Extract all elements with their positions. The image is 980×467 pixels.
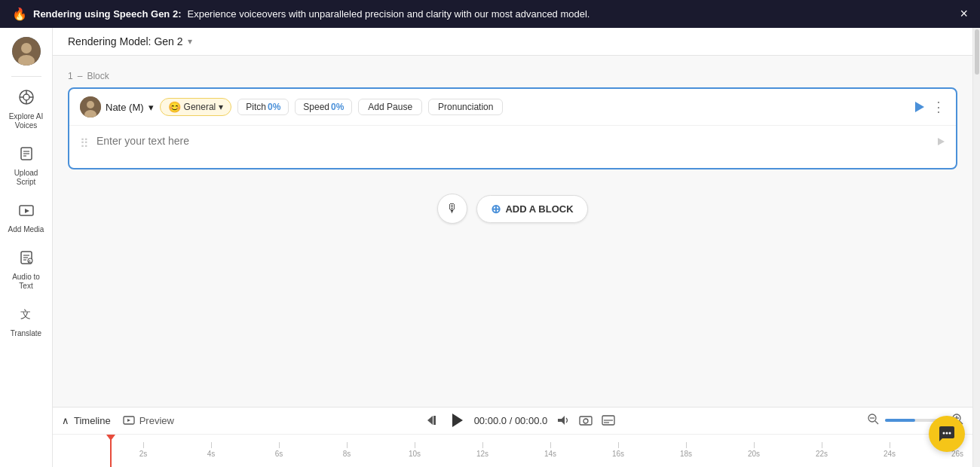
block-more-button[interactable]: ⋮ [932,99,945,115]
sidebar: Explore AI Voices Upload Script Add Me [0,28,53,467]
add-pause-button[interactable]: Add Pause [358,99,422,115]
add-block-area: 🎙 ⊕ ADD A BLOCK [68,182,957,236]
block-play-button[interactable] [912,100,926,114]
translate-icon: 文 [18,306,35,326]
add-media-icon [18,202,35,222]
voice-avatar [80,96,101,118]
ruler-mark: 12s [449,442,516,458]
volume-button[interactable] [556,414,570,427]
pitch-value: 0% [268,102,280,112]
pronunciation-button[interactable]: Pronunciation [428,99,503,115]
sidebar-item-explore-ai[interactable]: Explore AI Voices [4,83,49,136]
content-area: Rendering Model: Gen 2 ▾ 1 – Block [53,28,972,467]
timeline-ruler: 2s4s6s8s10s12s14s16s18s20s22s24s26s [53,435,972,467]
voice-selector-button[interactable]: Nate (M) ▾ [80,96,154,118]
time-total: 00:00.0 [515,415,547,426]
more-icon: ⋮ [932,99,945,115]
block-number: 1 [68,71,73,81]
speed-value: 0% [331,102,344,112]
svg-text:A: A [29,259,31,263]
text-area-play-button[interactable] [936,135,945,148]
explore-ai-icon [18,89,35,109]
add-block-label: ADD A BLOCK [505,203,573,215]
bottom-panel: ∧ Timeline Preview [53,407,972,467]
sidebar-item-add-media[interactable]: Add Media [4,196,49,240]
sidebar-item-upload-script-label: Upload Script [8,169,44,187]
playhead [110,435,112,467]
user-avatar[interactable] [12,37,41,66]
timeline-tab[interactable]: ∧ Timeline [62,415,111,426]
zoom-out-button[interactable] [867,413,879,428]
pitch-button[interactable]: Pitch 0% [237,99,289,115]
tag-general-button[interactable]: 😊 General ▾ [160,98,232,116]
text-input[interactable] [96,135,929,159]
svg-point-4 [23,94,29,100]
time-current: 00:00.0 [474,415,507,426]
rewind-button[interactable] [426,414,439,427]
svg-point-46 [946,432,948,435]
sidebar-item-audio-to-text[interactable]: A Audio to Text [4,243,49,297]
block-text-area: ⠿ [69,126,956,168]
ruler-mark: 10s [381,442,449,458]
subtitle-button[interactable] [602,414,615,427]
sidebar-item-add-media-label: Add Media [8,225,44,234]
sidebar-item-audio-to-text-label: Audio to Text [8,273,44,291]
svg-text:文: 文 [20,308,31,320]
ruler-mark: 22s [788,442,856,458]
block-type-label: Block [87,71,109,81]
timeline-track: 2s4s6s8s10s12s14s16s18s20s22s24s26s [53,435,972,467]
camera-button[interactable] [579,414,593,427]
speed-label: Speed [303,102,329,112]
ruler-mark: 20s [720,442,788,458]
sidebar-item-translate[interactable]: 文 Translate [4,300,49,344]
tag-label: General [184,102,216,112]
fire-icon: 🔥 [12,7,27,21]
banner-title: Rendering using Speech Gen 2: [33,8,181,20]
svg-marker-14 [25,209,29,213]
svg-marker-29 [427,416,433,425]
svg-marker-31 [452,414,463,427]
svg-marker-32 [558,416,565,425]
model-selector-button[interactable]: Rendering Model: Gen 2 ▾ [68,35,192,47]
pronunciation-label: Pronunciation [438,102,493,112]
add-block-plus-icon: ⊕ [491,202,501,216]
banner-close-button[interactable]: × [960,6,968,22]
chat-bubble-button[interactable] [929,416,965,452]
ruler-mark: 6s [245,442,313,458]
playhead-triangle [106,435,115,441]
model-label: Rendering Model: Gen 2 [68,35,183,47]
zoom-bar-fill [885,419,915,422]
svg-line-39 [875,421,878,424]
banner-description: Experience voiceovers with unparalleled … [187,8,590,20]
ruler-mark: 2s [109,442,177,458]
time-display: 00:00.0 / 00:00.0 [474,415,548,426]
mic-button[interactable]: 🎙 [437,194,467,224]
sidebar-item-upload-script[interactable]: Upload Script [4,139,49,193]
right-scrollbar[interactable] [972,28,980,467]
svg-marker-26 [938,138,945,145]
voice-name: Nate (M) [106,102,144,113]
block-label: 1 – Block [68,71,957,81]
svg-marker-25 [915,102,924,112]
tag-emoji: 😊 [168,101,181,113]
block-dash: – [78,71,83,81]
playback-controls: 00:00.0 / 00:00.0 [426,412,616,429]
drag-handle-icon[interactable]: ⠿ [80,135,89,151]
add-block-button[interactable]: ⊕ ADD A BLOCK [476,195,587,223]
play-pause-button[interactable] [449,412,465,429]
svg-point-34 [583,419,588,423]
header-bar: Rendering Model: Gen 2 ▾ [53,28,972,56]
pitch-label: Pitch [246,102,266,112]
ruler-mark: 4s [177,442,245,458]
timeline-label: Timeline [74,415,111,426]
ruler-mark: 8s [313,442,381,458]
timeline-header: ∧ Timeline Preview [53,407,972,435]
speed-button[interactable]: Speed 0% [295,99,352,115]
preview-tab[interactable]: Preview [123,414,174,426]
add-pause-label: Add Pause [368,102,412,112]
ruler-mark: 16s [584,442,652,458]
svg-point-45 [943,432,945,435]
voice-chevron-icon: ▾ [149,102,154,113]
block-toolbar: Nate (M) ▾ 😊 General ▾ Pitch 0% Speed [69,89,956,126]
sidebar-item-translate-label: Translate [11,329,41,338]
